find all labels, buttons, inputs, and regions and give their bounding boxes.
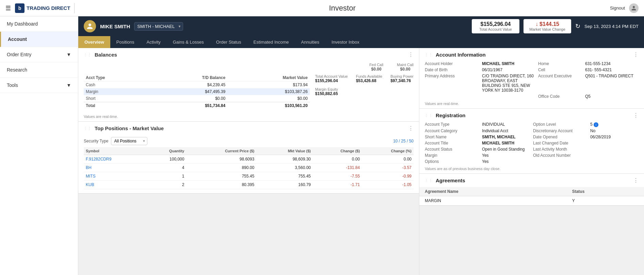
agreements-panel: ⋮⋮ Agreements ⋮ Agreement Name Status bbox=[419, 174, 644, 206]
balances-main: Acct Type T/D Balance Market Value Cash bbox=[84, 74, 414, 109]
acct-info-drag-handle[interactable]: ⋮⋮ bbox=[425, 53, 433, 57]
home-value: 631-555-1234 bbox=[585, 61, 639, 66]
office-code-label: Office Code bbox=[538, 94, 582, 99]
sidebar-item-my-dashboard[interactable]: My Dashboard bbox=[0, 16, 78, 32]
pagination-50[interactable]: 50 bbox=[409, 139, 414, 143]
acct-exec-value: Q501 - TRADING DIRECT bbox=[585, 74, 639, 93]
reg-date-opened-label: Date Opened bbox=[533, 135, 587, 139]
balances-title: Balances bbox=[95, 52, 117, 58]
reg-options-value: Yes bbox=[482, 159, 530, 164]
maint-call-value: $0.00 bbox=[397, 67, 414, 72]
agreements-menu-button[interactable]: ⋮ bbox=[633, 177, 639, 184]
office-code-value: Q5 bbox=[585, 94, 639, 99]
reg-discretionary-label: Discretionary Account bbox=[533, 128, 587, 133]
tab-estimated-income[interactable]: Estimated Income bbox=[247, 36, 295, 48]
call-row: Fed Call $0.00 Maint Call $0.00 bbox=[84, 61, 414, 74]
agreements-drag-handle[interactable]: ⋮⋮ bbox=[425, 179, 433, 182]
balances-menu-button[interactable]: ⋮ bbox=[408, 51, 414, 58]
mktval-mits: 755.45 bbox=[256, 172, 313, 181]
balances-realtime-note: Values are real-time. bbox=[78, 113, 419, 121]
acct-type-short: Short bbox=[84, 95, 150, 102]
mktval-bh: 3,560.00 bbox=[256, 164, 313, 172]
account-select[interactable]: SMITH - MICHAEL bbox=[134, 22, 183, 31]
tab-investor-inbox[interactable]: Investor Inbox bbox=[325, 36, 366, 48]
signout-link[interactable]: Signout bbox=[610, 5, 625, 11]
registration-title: Registration bbox=[436, 112, 466, 118]
reg-last-activity-label: Last Activity Month bbox=[533, 147, 587, 152]
pagination-10[interactable]: 10 bbox=[393, 139, 398, 143]
positions-menu-button[interactable]: ⋮ bbox=[408, 125, 414, 132]
cell-label: Cell bbox=[538, 67, 582, 72]
position-row-1: F.91282CDR9 100,000 98.6093 98,609.30 0.… bbox=[84, 155, 414, 164]
spacer2 bbox=[482, 94, 535, 99]
reg-acct-title-value: MICHAEL SMITH bbox=[482, 141, 530, 146]
change-kub: -1.71 bbox=[313, 181, 362, 189]
symbol-mits[interactable]: MITS bbox=[86, 174, 96, 179]
positions-drag-handle[interactable]: ⋮⋮ bbox=[84, 126, 92, 130]
tab-positions[interactable]: Positions bbox=[110, 36, 141, 48]
down-arrow-icon: ↓ bbox=[535, 21, 538, 27]
tab-activity[interactable]: Activity bbox=[141, 36, 167, 48]
balances-panel: ⋮⋮ Balances ⋮ Fed Call $0.00 Main bbox=[78, 48, 419, 122]
positions-section: Security Type All Positions Equity Fixed… bbox=[78, 135, 419, 193]
acct-info-menu-button[interactable]: ⋮ bbox=[633, 51, 639, 58]
sidebar-item-order-entry[interactable]: Order Entry ▼ bbox=[0, 47, 78, 62]
reg-option-level-value: 5 i bbox=[590, 122, 639, 127]
market-value-short: $0.00 bbox=[227, 95, 310, 102]
summary-funds-value: $53,426.68 bbox=[356, 78, 382, 83]
reg-spacer2 bbox=[590, 159, 639, 164]
summary-margin-equity-value: $150,882.65 bbox=[315, 91, 414, 96]
col-td-balance: T/D Balance bbox=[150, 74, 227, 81]
reg-discretionary-value: No bbox=[590, 128, 639, 133]
change-bh: -131.84 bbox=[313, 164, 362, 172]
summary-margin-equity: Margin Equity $150,882.65 bbox=[315, 87, 414, 96]
agreements-row-1: MARGIN Y bbox=[419, 196, 644, 205]
tab-gains-losses[interactable]: Gains & Losses bbox=[167, 36, 210, 48]
agreements-col-name: Agreement Name bbox=[419, 187, 567, 196]
registration-previous-close: Values are as of previous business day c… bbox=[419, 167, 644, 173]
total-account-value: $155,296.04 bbox=[477, 21, 515, 27]
td-balance-total: $51,734.84 bbox=[150, 102, 227, 109]
qty-kub: 2 bbox=[146, 181, 187, 189]
changepct-f91282: 0.00 bbox=[362, 155, 414, 164]
tab-annuities[interactable]: Annuities bbox=[295, 36, 325, 48]
sidebar-item-account[interactable]: Account bbox=[0, 32, 78, 47]
pagination-25[interactable]: 25 bbox=[401, 139, 405, 143]
dob-value: 06/31/1967 bbox=[482, 67, 535, 72]
acct-holder-value: MICHAEL SMITH bbox=[482, 61, 535, 66]
account-information-panel: ⋮⋮ Account Information ⋮ Account Holder … bbox=[419, 48, 644, 109]
registration-drag-handle[interactable]: ⋮⋮ bbox=[425, 113, 433, 117]
symbol-f91282[interactable]: F.91282CDR9 bbox=[86, 157, 111, 162]
reg-last-changed-label: Last Changed Date bbox=[533, 141, 587, 146]
symbol-bh[interactable]: BH bbox=[86, 165, 92, 170]
tab-order-status[interactable]: Order Status bbox=[210, 36, 247, 48]
position-row-3: MITS 1 755.45 755.45 -7.55 -0.99 bbox=[84, 172, 414, 181]
symbol-kub[interactable]: KUB bbox=[86, 182, 94, 187]
registration-menu-button[interactable]: ⋮ bbox=[633, 112, 639, 119]
td-balance-short: $0.00 bbox=[150, 95, 227, 102]
reg-acct-cat-value: Individual Acct bbox=[482, 128, 530, 133]
option-level-info-icon[interactable]: i bbox=[594, 122, 598, 127]
refresh-button[interactable]: ↻ bbox=[575, 22, 580, 30]
hamburger-icon[interactable]: ☰ bbox=[5, 4, 11, 12]
reg-acct-cat-label: Account Category bbox=[425, 128, 479, 133]
security-type-select[interactable]: All Positions Equity Fixed Income Option… bbox=[111, 137, 147, 145]
acct-exec-label: Account Executive bbox=[538, 74, 582, 93]
app-title: Investor bbox=[79, 4, 606, 13]
user-avatar-icon[interactable] bbox=[629, 3, 639, 13]
datetime-label: Sep 13, 2023 4:14 PM EDT bbox=[584, 24, 639, 29]
changepct-mits: -0.99 bbox=[362, 172, 414, 181]
balances-drag-handle[interactable]: ⋮⋮ bbox=[84, 53, 92, 57]
reg-margin-value: Yes bbox=[482, 153, 530, 158]
primary-address-label: Primary Address bbox=[425, 74, 479, 93]
reg-option-level-label: Option Level bbox=[533, 122, 587, 127]
left-column: ⋮⋮ Balances ⋮ Fed Call $0.00 Main bbox=[78, 48, 419, 275]
sidebar-item-research[interactable]: Research bbox=[0, 62, 78, 78]
sidebar-item-tools[interactable]: Tools ▼ bbox=[0, 78, 78, 93]
acct-holder-label: Account Holder bbox=[425, 61, 479, 66]
summary-buying-power-value: $97,340.76 bbox=[390, 78, 414, 83]
positions-title: Top Positions - Market Value bbox=[95, 125, 164, 131]
tab-overview[interactable]: Overview bbox=[78, 36, 110, 48]
market-value-margin: $103,387.26 bbox=[227, 88, 310, 95]
changepct-bh: -3.57 bbox=[362, 164, 414, 172]
